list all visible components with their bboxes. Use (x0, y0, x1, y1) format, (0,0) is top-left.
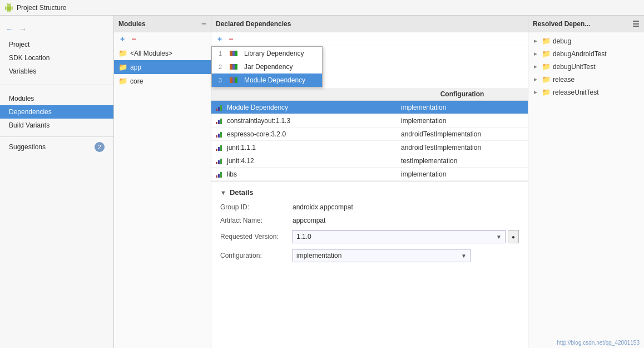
folder-debugandroid-icon: 📁 (542, 50, 551, 58)
resolved-arrow-releaseunit: ► (533, 89, 538, 95)
dep-row-junit412[interactable]: junit:4.12 testImplementation (211, 154, 528, 168)
modules-panel-minimize[interactable]: − (201, 19, 206, 29)
resolved-item-debugandroidtest[interactable]: ► 📁 debugAndroidTest (528, 47, 644, 60)
dep-bars-icon-5 (216, 171, 225, 178)
modules-remove-btn[interactable]: − (130, 35, 137, 43)
resolved-item-debug[interactable]: ► 📁 debug (528, 35, 644, 47)
dep-type-dropdown: 1 Library Dependency 2 Jar Dependency 3 … (211, 46, 323, 87)
version-chevron-icon: ▼ (496, 234, 502, 240)
resolved-panel: Resolved Depen... ☰ ► 📁 debug ► 📁 debugA… (528, 16, 644, 348)
dep-row-junit111[interactable]: junit:1.1.1 androidTestImplementation (211, 141, 528, 154)
requested-version-row: 1.1.0 ▼ ● (293, 230, 519, 243)
modules-toolbar: + − (114, 32, 211, 46)
sidebar-item-project[interactable]: Project (0, 38, 113, 51)
dep-config-libs: implementation (401, 170, 523, 178)
artifact-name-label: Artifact Name: (220, 217, 293, 224)
module-item-all[interactable]: 📁 <All Modules> (114, 46, 211, 60)
dep-bars-icon-3 (216, 144, 225, 151)
deps-add-btn[interactable]: + (216, 35, 224, 43)
sidebar-item-dependencies[interactable]: Dependencies (0, 105, 113, 119)
dep-col-header (216, 90, 401, 98)
details-chevron-icon: ▼ (220, 189, 226, 196)
requested-version-label: Requested Version: (220, 233, 293, 241)
modules-panel-header: Modules − (114, 16, 211, 32)
configuration-select[interactable]: implementation ▼ (293, 249, 470, 262)
dep-row-constraintlayout[interactable]: constraintlayout:1.1.3 implementation (211, 114, 528, 128)
dep-config-junit412: testImplementation (401, 157, 523, 165)
sidebar-item-build-variants[interactable]: Build Variants (0, 119, 113, 132)
sidebar-item-modules[interactable]: Modules (0, 92, 113, 105)
folder-debugunit-icon: 📁 (542, 62, 551, 71)
module-item-core[interactable]: 📁 core (114, 74, 211, 88)
declared-deps-toolbar: + − (211, 32, 528, 46)
dep-row-module-dependency[interactable]: Module Dependency implementation (211, 101, 528, 114)
details-section: ▼ Details Group ID: androidx.appcompat A… (211, 181, 528, 348)
dep-name-libs: libs (227, 170, 401, 178)
dropdown-item-module[interactable]: 3 Module Dependency (212, 73, 322, 87)
title-bar: Project Structure (0, 0, 644, 16)
requested-version-select[interactable]: 1.1.0 ▼ (293, 230, 506, 243)
suggestions-label: Suggestions (9, 143, 46, 151)
modules-list: 📁 <All Modules> 📁 app 📁 core (114, 46, 211, 348)
config-chevron-icon: ▼ (461, 253, 467, 259)
details-toggle[interactable]: ▼ Details (220, 188, 519, 197)
module-item-app[interactable]: 📁 app (114, 60, 211, 74)
dropdown-item-library[interactable]: 1 Library Dependency (212, 47, 322, 60)
deps-table-header: Configuration (211, 88, 528, 101)
sidebar-item-variables[interactable]: Variables (0, 65, 113, 78)
dep-name-module: Module Dependency (227, 104, 401, 111)
resolved-arrow-debugandroid: ► (533, 51, 538, 57)
resolved-filter-icon[interactable]: ☰ (632, 19, 640, 28)
suggestions-badge: 2 (95, 142, 105, 152)
resolved-arrow-debugunit: ► (533, 63, 538, 70)
config-col-header: Configuration (401, 90, 523, 98)
modules-add-btn[interactable]: + (118, 35, 126, 43)
group-id-value: androidx.appcompat (293, 203, 519, 211)
resolved-header: Resolved Depen... ☰ (528, 16, 644, 32)
dep-config-espresso: androidTestImplementation (401, 130, 523, 138)
android-icon (4, 3, 13, 12)
artifact-name-value: appcompat (293, 217, 519, 224)
dep-row-espresso[interactable]: espresso-core:3.2.0 androidTestImplement… (211, 128, 528, 141)
resolved-item-debugunittest[interactable]: ► 📁 debugUnitTest (528, 60, 644, 73)
nav-forward[interactable]: → (18, 23, 28, 35)
resolved-arrow-debug: ► (533, 38, 538, 44)
modules-panel: Modules − + − 📁 <All Modules> 📁 app 📁 co… (114, 16, 211, 348)
dep-config-constraintlayout: implementation (401, 117, 523, 125)
group-id-label: Group ID: (220, 203, 293, 211)
folder-core-icon: 📁 (118, 77, 127, 85)
dep-config-module: implementation (401, 104, 523, 111)
version-extra-btn[interactable]: ● (508, 230, 519, 243)
configuration-label: Configuration: (220, 252, 293, 259)
nav-back[interactable]: ← (4, 23, 14, 35)
dep-bars-icon-2 (216, 131, 225, 138)
folder-app-icon: 📁 (118, 63, 127, 71)
folder-releaseunit-icon: 📁 (542, 88, 551, 96)
dep-bars-icon (216, 104, 225, 111)
resolved-list: ► 📁 debug ► 📁 debugAndroidTest ► 📁 debug… (528, 32, 644, 101)
dep-name-junit412: junit:4.12 (227, 157, 401, 165)
declared-deps-panel: Declared Dependencies + − 1 Library Depe… (211, 16, 528, 348)
folder-release-icon: 📁 (542, 75, 551, 84)
folder-all-icon: 📁 (118, 49, 127, 57)
dropdown-item-jar[interactable]: 2 Jar Dependency (212, 60, 322, 73)
resolved-arrow-release: ► (533, 76, 538, 82)
dep-name-espresso: espresso-core:3.2.0 (227, 130, 401, 138)
dep-row-libs[interactable]: libs implementation (211, 168, 528, 181)
dep-bars-icon-4 (216, 158, 225, 164)
details-grid: Group ID: androidx.appcompat Artifact Na… (220, 203, 519, 262)
declared-deps-header: Declared Dependencies (211, 16, 528, 32)
dep-name-junit111: junit:1.1.1 (227, 144, 401, 151)
dep-bars-icon-1 (216, 117, 225, 124)
dep-name-constraintlayout: constraintlayout:1.1.3 (227, 117, 401, 125)
resolved-item-release[interactable]: ► 📁 release (528, 73, 644, 86)
resolved-item-releaseunittest[interactable]: ► 📁 releaseUnitTest (528, 86, 644, 99)
deps-remove-btn[interactable]: − (227, 35, 235, 43)
watermark: http://blog.csdn.net/qq_42001153 (557, 340, 640, 346)
details-title: Details (230, 188, 254, 197)
sidebar: ← → Project SDK Location Variables Modul… (0, 16, 114, 348)
sidebar-item-sdk[interactable]: SDK Location (0, 51, 113, 65)
folder-debug-icon: 📁 (542, 37, 551, 45)
deps-main-content: 1 Library Dependency 2 Jar Dependency 3 … (211, 46, 528, 348)
sidebar-item-suggestions[interactable]: Suggestions 2 (0, 139, 113, 155)
